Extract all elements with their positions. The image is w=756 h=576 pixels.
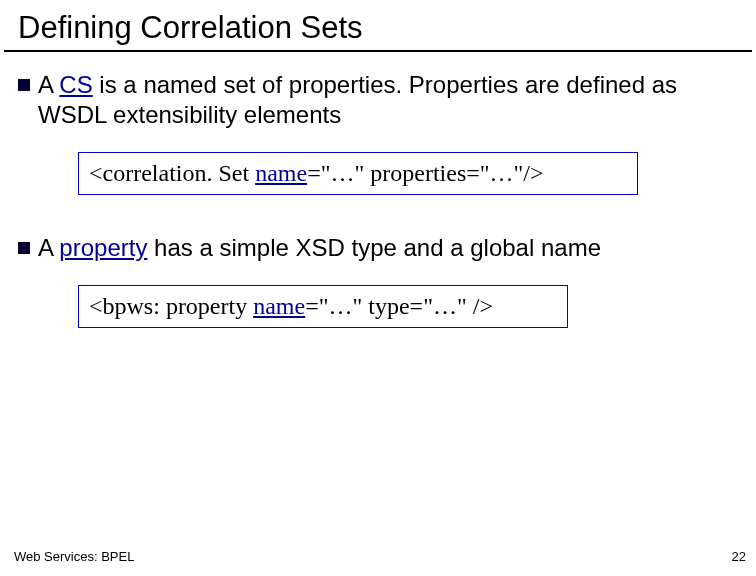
code-fragment: <bpws: property	[89, 293, 253, 319]
slide-content: A CS is a named set of properties. Prope…	[0, 52, 756, 328]
code-fragment: ="…" type="…" />	[305, 293, 493, 319]
text-fragment: A	[38, 234, 59, 261]
code-fragment: <correlation. Set	[89, 160, 255, 186]
page-number: 22	[732, 549, 746, 564]
code-text: <bpws: property name="…" type="…" />	[89, 293, 493, 319]
code-attr: name	[253, 293, 305, 319]
code-attr: name	[255, 160, 307, 186]
bullet-marker-icon	[18, 242, 30, 254]
code-box: <bpws: property name="…" type="…" />	[78, 285, 568, 328]
footer-text: Web Services: BPEL	[14, 549, 134, 564]
bullet-item: A CS is a named set of properties. Prope…	[18, 70, 738, 130]
code-box: <correlation. Set name="…" properties="……	[78, 152, 638, 195]
bullet-marker-icon	[18, 79, 30, 91]
text-fragment: has a simple XSD type and a global name	[147, 234, 601, 261]
bullet-text: A CS is a named set of properties. Prope…	[38, 70, 738, 130]
code-fragment: ="…" properties="…"/>	[307, 160, 543, 186]
text-fragment: is a named set of properties. Properties…	[38, 71, 677, 128]
slide-title: Defining Correlation Sets	[4, 0, 752, 52]
emphasis-term: CS	[59, 71, 92, 98]
bullet-item: A property has a simple XSD type and a g…	[18, 233, 738, 263]
code-text: <correlation. Set name="…" properties="……	[89, 160, 544, 186]
emphasis-term: property	[59, 234, 147, 261]
text-fragment: A	[38, 71, 59, 98]
bullet-text: A property has a simple XSD type and a g…	[38, 233, 601, 263]
